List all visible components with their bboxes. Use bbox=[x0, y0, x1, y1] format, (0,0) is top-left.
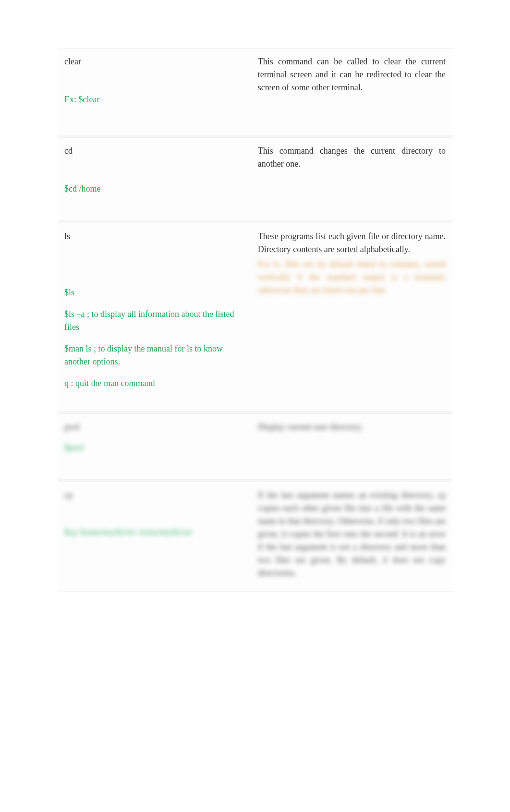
description-cell: If the last argument names an existing d… bbox=[251, 482, 452, 592]
command-example: Ex: $clear bbox=[64, 93, 244, 106]
description-cell: Display current user directory. bbox=[251, 413, 452, 480]
command-name-blurred: cp bbox=[64, 489, 244, 502]
command-name: clear bbox=[64, 55, 244, 68]
command-cell: pwd $pwd bbox=[58, 413, 251, 480]
description-cell: This command can be called to clear the … bbox=[251, 48, 452, 135]
command-cell: ls $ls $ls –a ; to display all informati… bbox=[58, 223, 251, 412]
command-name: ls bbox=[64, 230, 244, 243]
command-example-blurred: $pwd bbox=[64, 441, 244, 454]
command-description-blurred: Display current user directory. bbox=[258, 421, 446, 434]
command-description-blurred: If the last argument names an existing d… bbox=[258, 489, 446, 580]
command-example: $ls bbox=[64, 286, 244, 299]
blurred-description: For ls, files are by default listed in c… bbox=[258, 258, 446, 297]
command-cell: clear Ex: $clear bbox=[58, 48, 251, 135]
command-name: cd bbox=[64, 145, 244, 158]
table-row: ls $ls $ls –a ; to display all informati… bbox=[58, 223, 452, 412]
command-example: $cd /home bbox=[64, 182, 244, 195]
table-row: pwd $pwd Display current user directory. bbox=[58, 413, 452, 480]
table-row: clear Ex: $clear This command can be cal… bbox=[58, 48, 452, 135]
command-example: q : quit the man command bbox=[64, 377, 244, 390]
command-example: $ls –a ; to display all information abou… bbox=[64, 308, 244, 334]
description-cell: These programs list each given file or d… bbox=[251, 223, 452, 412]
command-cell: cd $cd /home bbox=[58, 137, 251, 221]
command-reference-table: clear Ex: $clear This command can be cal… bbox=[58, 48, 452, 592]
table-row: cp $cp /home/mydir/err /extra/mydir/err … bbox=[58, 482, 452, 592]
command-description: This command can be called to clear the … bbox=[258, 55, 446, 94]
description-cell: This command changes the current directo… bbox=[251, 137, 452, 221]
table-row: cd $cd /home This command changes the cu… bbox=[58, 137, 452, 221]
command-example-blurred: $cp /home/mydir/err /extra/mydir/err bbox=[64, 526, 244, 539]
command-example: $man ls ; to display the manual for ls t… bbox=[64, 342, 244, 368]
command-cell: cp $cp /home/mydir/err /extra/mydir/err bbox=[58, 482, 251, 592]
command-description: This command changes the current directo… bbox=[258, 145, 446, 170]
command-description: These programs list each given file or d… bbox=[258, 230, 446, 256]
command-name-blurred: pwd bbox=[64, 421, 244, 434]
